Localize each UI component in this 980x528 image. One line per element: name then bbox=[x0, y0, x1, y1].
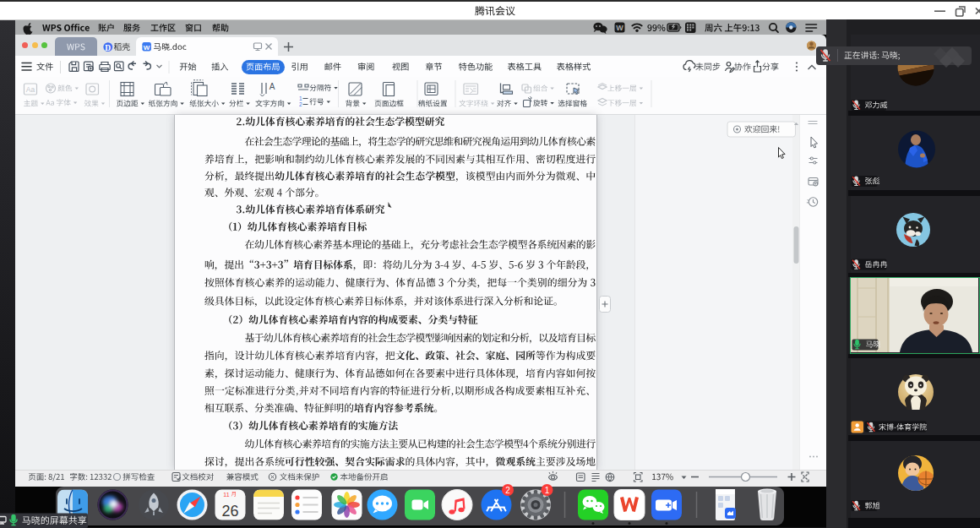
svg-text:W: W bbox=[144, 44, 150, 52]
svg-text:D: D bbox=[105, 44, 111, 52]
svg-text:W: W bbox=[616, 24, 623, 32]
svg-text:A: A bbox=[270, 82, 275, 91]
svg-text:26: 26 bbox=[221, 503, 238, 520]
svg-text:2: 2 bbox=[299, 101, 302, 107]
svg-text:Aa: Aa bbox=[26, 85, 35, 94]
svg-text:11: 11 bbox=[223, 492, 229, 498]
svg-text:2: 2 bbox=[505, 486, 510, 495]
svg-text:1: 1 bbox=[545, 486, 550, 495]
svg-text:1: 1 bbox=[299, 95, 302, 101]
